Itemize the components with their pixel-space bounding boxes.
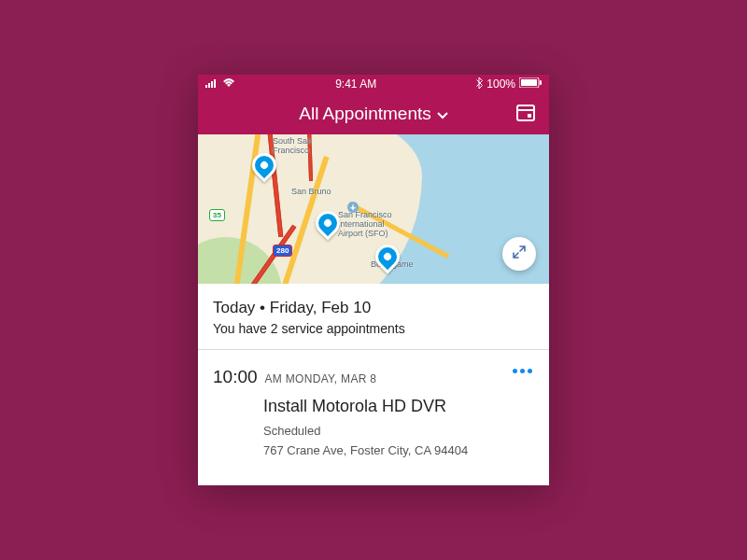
map-background: South San Francisco San Bruno San Franci… [198,134,549,284]
airport-icon [347,200,359,217]
nav-title-dropdown[interactable]: All Appointments [299,104,448,124]
svg-rect-1 [208,83,210,88]
shield-ca35: 35 [209,209,225,221]
appointment-time: 10:00 [213,367,258,387]
calendar-icon [515,109,536,125]
status-left [205,77,235,91]
svg-rect-3 [214,79,216,88]
map-label-sanbruno: San Bruno [291,187,331,196]
svg-rect-9 [528,114,531,118]
svg-rect-7 [517,105,534,120]
svg-rect-5 [521,79,537,86]
shield-i280: 280 [273,245,292,257]
today-headline: Today • Friday, Feb 10 [213,299,534,317]
map-view[interactable]: South San Francisco San Bruno San Franci… [198,134,549,284]
nav-bar: All Appointments [198,93,549,134]
appointment-card[interactable]: 10:00 AM MONDAY, MAR 8 Install Motorola … [198,350,549,472]
today-header: Today • Friday, Feb 10 You have 2 servic… [198,284,549,350]
expand-map-button[interactable] [502,237,536,271]
map-label-sfo: San Francisco International Airport (SFO… [338,211,392,239]
calendar-button[interactable] [515,102,536,126]
nav-title-label: All Appointments [299,104,431,124]
chevron-down-icon [437,104,448,124]
bluetooth-icon [476,77,483,91]
appointment-title: Install Motorola HD DVR [263,397,534,416]
appointment-time-row: 10:00 AM MONDAY, MAR 8 [213,367,534,387]
appointment-day: AM MONDAY, MAR 8 [265,372,377,385]
status-right: 100% [476,77,542,91]
today-subtext: You have 2 service appointments [213,321,534,336]
appointment-status: Scheduled [263,424,534,438]
more-actions-button[interactable] [513,369,532,373]
expand-icon [512,245,527,263]
appointment-address: 767 Crane Ave, Foster City, CA 94404 [263,443,534,457]
svg-rect-2 [211,81,213,88]
phone-frame: 9:41 AM 100% All Appointments [198,75,549,485]
status-time: 9:41 AM [335,77,376,91]
battery-icon [519,77,542,91]
svg-rect-6 [540,80,542,85]
svg-rect-0 [205,85,207,88]
map-label-ssf: South San Francisco [273,136,312,155]
signal-icon [205,77,218,91]
battery-pct: 100% [486,77,515,91]
status-bar: 9:41 AM 100% [198,75,549,93]
wifi-icon [222,77,235,91]
